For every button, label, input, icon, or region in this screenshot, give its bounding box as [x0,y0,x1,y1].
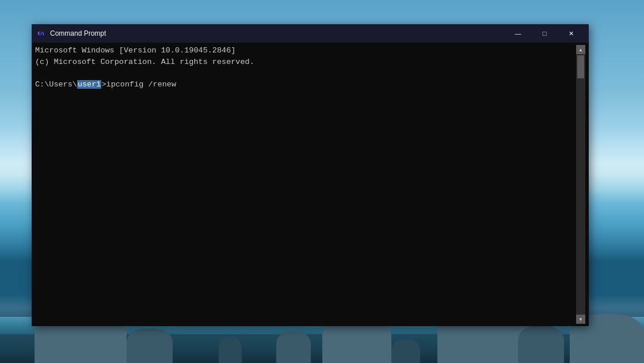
rock-8 [518,326,564,363]
cmd-body[interactable]: Microsoft Windows [Version 10.0.19045.28… [32,43,589,326]
titlebar-buttons: — □ ✕ [505,24,584,43]
maximize-button[interactable]: □ [531,24,558,43]
rock-4 [276,331,311,363]
cmd-window-icon: C:\ [36,29,45,38]
window-title: Command Prompt [50,29,505,37]
svg-text:C:\: C:\ [38,31,44,35]
cmd-content: Microsoft Windows [Version 10.0.19045.28… [35,45,576,324]
scrollbar-vertical[interactable]: ▲ ▼ [576,45,585,324]
cmd-output: Microsoft Windows [Version 10.0.19045.28… [35,45,576,90]
cmd-window: C:\ Command Prompt — □ ✕ Microsoft Windo… [32,24,589,326]
rock-3 [219,337,242,363]
close-button[interactable]: ✕ [558,24,584,43]
minimize-button[interactable]: — [505,24,531,43]
scrollbar-up-button[interactable]: ▲ [576,45,585,54]
scrollbar-down-button[interactable]: ▼ [576,315,585,324]
titlebar: C:\ Command Prompt — □ ✕ [32,24,589,43]
scrollbar-thumb[interactable] [577,55,584,78]
rock-2 [127,328,173,363]
scrollbar-track[interactable] [576,54,585,315]
rock-6 [391,340,420,363]
